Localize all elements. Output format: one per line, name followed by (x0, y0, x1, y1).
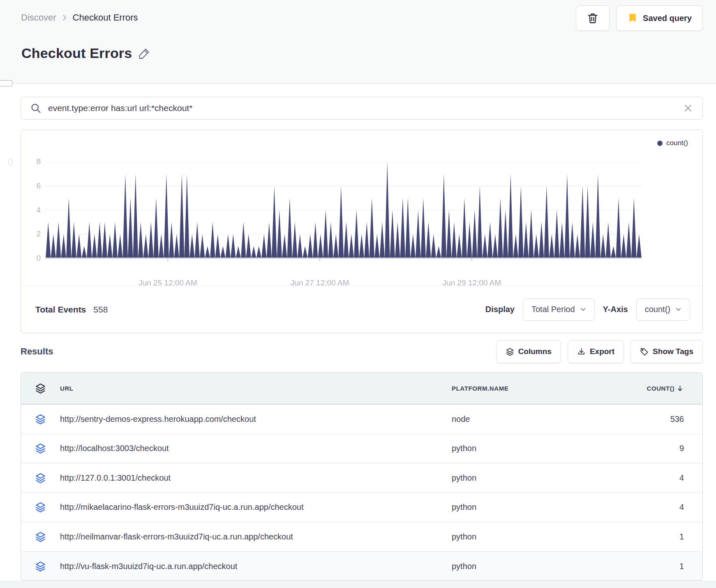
bookmark-icon (627, 13, 638, 23)
sort-desc-arrow-icon (676, 384, 684, 392)
show-tags-button[interactable]: Show Tags (631, 340, 703, 363)
saved-query-button[interactable]: Saved query (616, 5, 703, 31)
show-tags-button-label: Show Tags (653, 347, 693, 356)
header-divider (0, 83, 716, 83)
stack-icon (35, 383, 46, 394)
header-count[interactable]: COUNT() (628, 384, 702, 392)
y-axis-dropdown-value: count() (645, 305, 670, 314)
discover-page: Discover Checkout Errors Saved query Che… (0, 0, 716, 588)
saved-query-label: Saved query (643, 14, 692, 23)
page-bottom-background (0, 581, 716, 588)
y-tick-8: 8 (24, 157, 41, 166)
chart-footer: Total Events 558 Display Total Period Y-… (21, 286, 702, 333)
open-stack-icon[interactable] (35, 443, 46, 454)
cell-platform[interactable]: python (452, 444, 628, 453)
results-header: Results Columns Export Show Tags (21, 340, 703, 363)
tag-icon (640, 347, 649, 356)
download-icon (577, 347, 586, 356)
open-stack-icon[interactable] (35, 414, 46, 425)
table-row[interactable]: http://localhost:3003/checkout python 9 (21, 434, 702, 464)
stack-icon (506, 347, 514, 356)
legend-count[interactable]: count() (657, 139, 688, 147)
total-events-label: Total Events (35, 305, 86, 315)
y-tick-4: 4 (24, 206, 41, 215)
table-row[interactable]: http://vu-flask-m3uuizd7iq-uc.a.run.app/… (21, 552, 702, 581)
display-dropdown-value: Total Period (531, 305, 575, 314)
total-events-value: 558 (93, 305, 108, 315)
chevron-right-icon (60, 14, 69, 22)
legend-dot (657, 141, 663, 146)
y-tick-0: 0 (24, 254, 41, 263)
columns-button[interactable]: Columns (496, 340, 561, 363)
y-tick-6: 6 (24, 181, 41, 190)
table-row[interactable]: http://sentry-demos-express.herokuapp.co… (21, 405, 702, 434)
cell-count[interactable]: 9 (628, 444, 702, 453)
chart-controls: Display Total Period Y-Axis count() (485, 299, 690, 321)
cell-platform[interactable]: node (452, 414, 628, 424)
cell-url[interactable]: http://localhost:3003/checkout (60, 444, 452, 453)
results-heading: Results (21, 346, 53, 357)
breadcrumb: Discover Checkout Errors (21, 12, 138, 23)
events-chart-panel: count() 8 6 4 2 0 Jun 25 12:00 AM Jun 27… (21, 130, 703, 333)
table-row[interactable]: http://127.0.0.1:3001/checkout python 4 (21, 463, 702, 493)
page-title-row: Checkout Errors (21, 45, 151, 61)
table-header-row: URL PLATFORM.NAME COUNT() (21, 373, 702, 405)
header-actions: Saved query (576, 5, 703, 31)
cell-count[interactable]: 1 (628, 562, 702, 571)
cell-url[interactable]: http://sentry-demos-express.herokuapp.co… (60, 414, 452, 424)
cell-url[interactable]: http://127.0.0.1:3001/checkout (60, 473, 452, 483)
chart-plot-area[interactable] (46, 162, 642, 262)
table-body: http://sentry-demos-express.herokuapp.co… (21, 405, 702, 581)
trash-icon (587, 12, 599, 24)
y-axis-label: Y-Axis (603, 305, 628, 314)
columns-button-label: Columns (518, 347, 552, 356)
search-input[interactable] (48, 103, 676, 113)
open-stack-icon[interactable] (35, 531, 46, 542)
page-title: Checkout Errors (21, 45, 132, 61)
clear-search-icon[interactable] (683, 103, 693, 113)
cell-url[interactable]: http://neilmanvar-flask-errors-m3uuizd7i… (60, 532, 452, 542)
table-row[interactable]: http://mikaelacarino-flask-errors-m3uuiz… (21, 493, 702, 523)
y-tick-2: 2 (24, 229, 41, 238)
open-stack-icon[interactable] (35, 472, 46, 484)
open-stack-icon[interactable] (35, 561, 46, 572)
header-platform-name[interactable]: PLATFORM.NAME (452, 385, 628, 392)
results-actions: Columns Export Show Tags (496, 340, 703, 363)
export-button-label: Export (590, 347, 614, 356)
y-axis-dropdown[interactable]: count() (636, 299, 690, 321)
cell-url[interactable]: http://vu-flask-m3uuizd7iq-uc.a.run.app/… (60, 562, 452, 571)
search-bar (21, 97, 703, 120)
cell-count[interactable]: 4 (628, 502, 702, 512)
header-count-label: COUNT() (647, 385, 674, 392)
cell-platform[interactable]: python (452, 532, 628, 542)
chevron-down-icon (675, 306, 681, 313)
open-stack-icon[interactable] (35, 502, 46, 513)
header-url[interactable]: URL (60, 385, 452, 392)
header-stack-icon-cell (21, 383, 60, 394)
delete-query-button[interactable] (576, 5, 610, 31)
cell-count[interactable]: 536 (628, 414, 702, 424)
sidebar-collapse-handle[interactable] (0, 80, 12, 86)
export-button[interactable]: Export (568, 340, 624, 363)
search-icon (30, 102, 42, 114)
results-table: URL PLATFORM.NAME COUNT() http://sentry-… (21, 372, 703, 581)
breadcrumb-discover-link[interactable]: Discover (21, 12, 56, 23)
chevron-down-icon (580, 306, 586, 313)
cell-platform[interactable]: python (452, 562, 628, 571)
edit-title-pencil-icon[interactable] (138, 47, 151, 60)
breadcrumb-current: Checkout Errors (73, 12, 138, 23)
legend-label: count() (666, 139, 688, 147)
cell-platform[interactable]: python (452, 502, 628, 512)
display-dropdown[interactable]: Total Period (523, 299, 595, 321)
cell-platform[interactable]: python (452, 473, 628, 483)
cell-url[interactable]: http://mikaelacarino-flask-errors-m3uuiz… (60, 502, 452, 512)
table-row[interactable]: http://neilmanvar-flask-errors-m3uuizd7i… (21, 522, 702, 552)
cell-count[interactable]: 4 (628, 473, 702, 483)
cell-count[interactable]: 1 (628, 532, 702, 542)
panel-resize-handle[interactable] (9, 159, 13, 166)
display-label: Display (485, 305, 515, 314)
total-events: Total Events 558 (35, 305, 108, 315)
